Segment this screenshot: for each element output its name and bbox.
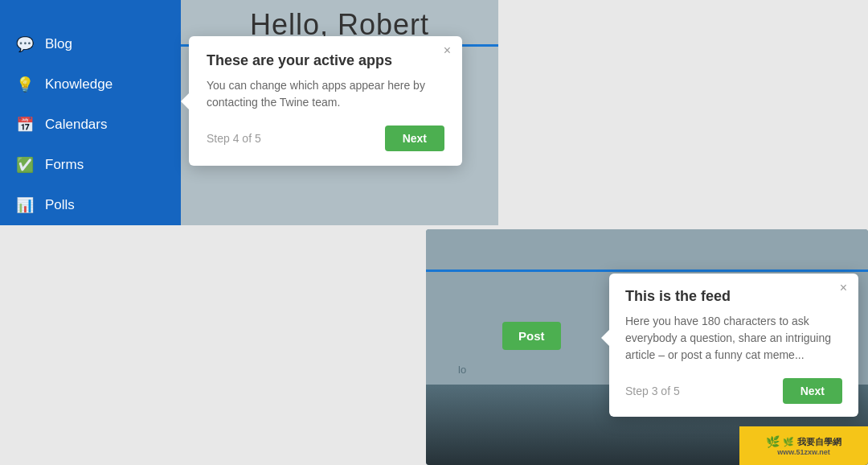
popover-top-title: These are your active apps bbox=[207, 52, 444, 69]
next-button-top[interactable]: Next bbox=[385, 126, 444, 151]
sidebar-item-calendars[interactable]: 📅 Calendars bbox=[0, 105, 181, 145]
post-button[interactable]: Post bbox=[502, 322, 561, 350]
close-icon-bottom[interactable]: × bbox=[840, 282, 847, 294]
step-label-bottom: Step 3 of 5 bbox=[625, 385, 680, 397]
sidebar-label-blog: Blog bbox=[45, 36, 72, 52]
sidebar-item-forms[interactable]: ✅ Forms bbox=[0, 145, 181, 185]
polls-icon: 📊 bbox=[16, 196, 34, 214]
sidebar-label-knowledge: Knowledge bbox=[45, 76, 113, 93]
watermark-text: 🌿 我要自學網 bbox=[783, 436, 841, 448]
sidebar-label-forms: Forms bbox=[45, 157, 84, 173]
bottom-section: Post lo × This is the feed Here you have… bbox=[426, 229, 868, 465]
popover-top-footer: Step 4 of 5 Next bbox=[207, 126, 444, 151]
watermark-brand: 🌿 🌿 我要自學網 bbox=[766, 435, 841, 448]
blog-icon: 💬 bbox=[16, 35, 34, 53]
forms-icon: ✅ bbox=[16, 156, 34, 174]
popover-feed: × This is the feed Here you have 180 cha… bbox=[609, 274, 858, 417]
blue-line-bottom bbox=[426, 270, 868, 272]
popover-bottom-title: This is the feed bbox=[625, 288, 842, 305]
sidebar-item-blog[interactable]: 💬 Blog bbox=[0, 24, 181, 64]
leaf-icon: 🌿 bbox=[766, 435, 780, 448]
watermark-url: www.51zxw.net bbox=[777, 448, 829, 456]
knowledge-icon: 💡 bbox=[16, 76, 34, 93]
sidebar-item-knowledge[interactable]: 💡 Knowledge bbox=[0, 64, 181, 105]
calendars-icon: 📅 bbox=[16, 116, 34, 134]
sidebar-label-calendars: Calendars bbox=[45, 117, 108, 133]
next-button-bottom[interactable]: Next bbox=[783, 378, 842, 404]
popover-bottom-body: Here you have 180 characters to ask ever… bbox=[625, 313, 842, 364]
popover-active-apps: × These are your active apps You can cha… bbox=[189, 36, 462, 166]
lo-text: lo bbox=[458, 364, 466, 376]
popover-bottom-footer: Step 3 of 5 Next bbox=[625, 378, 842, 404]
popover-top-body: You can change which apps appear here by… bbox=[207, 77, 444, 111]
watermark: 🌿 🌿 我要自學網 www.51zxw.net bbox=[739, 426, 868, 465]
sidebar-label-polls: Polls bbox=[45, 197, 75, 213]
sidebar-item-polls[interactable]: 📊 Polls bbox=[0, 185, 181, 225]
sidebar: 💬 Blog 💡 Knowledge 📅 Calendars ✅ Forms 📊… bbox=[0, 0, 181, 225]
bottom-inner: Post lo × This is the feed Here you have… bbox=[426, 229, 868, 465]
close-icon[interactable]: × bbox=[444, 44, 451, 57]
top-section: 💬 Blog 💡 Knowledge 📅 Calendars ✅ Forms 📊… bbox=[0, 0, 498, 225]
step-label-top: Step 4 of 5 bbox=[207, 132, 261, 145]
